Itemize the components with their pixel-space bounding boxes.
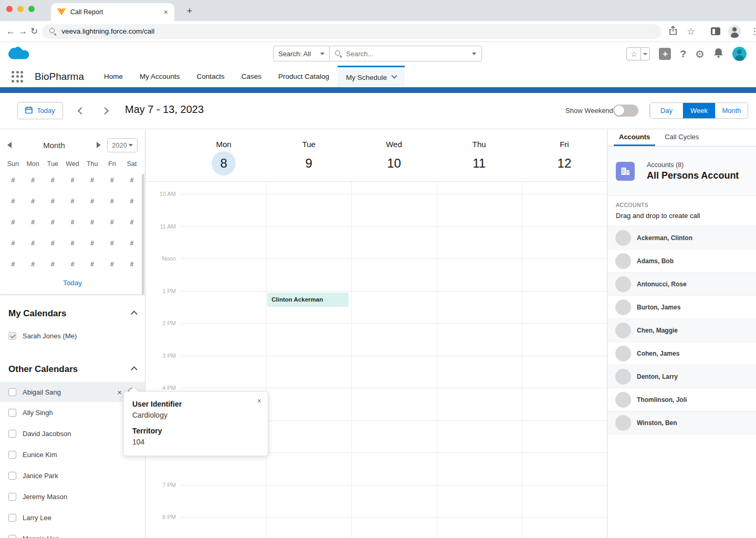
calendar-checkbox[interactable] bbox=[8, 493, 16, 501]
mini-calendar-day[interactable]: # bbox=[43, 233, 62, 254]
back-icon[interactable]: ← bbox=[6, 26, 15, 37]
mini-calendar-day[interactable]: # bbox=[3, 254, 23, 275]
mini-calendar-day[interactable]: # bbox=[122, 212, 142, 233]
hour-row[interactable]: Noon bbox=[145, 258, 607, 291]
nav-item[interactable]: Contacts bbox=[188, 66, 233, 87]
day-column-header[interactable]: Wed 10 bbox=[351, 129, 436, 181]
chevron-up-icon[interactable] bbox=[131, 366, 138, 373]
mini-calendar-day[interactable]: # bbox=[102, 254, 122, 275]
mini-calendar-day[interactable]: # bbox=[43, 170, 62, 191]
mini-calendar-day[interactable]: # bbox=[23, 254, 43, 275]
nav-item[interactable]: My Accounts bbox=[131, 66, 188, 87]
mini-calendar-day[interactable]: # bbox=[62, 191, 82, 212]
hour-row[interactable]: 10 AM bbox=[145, 194, 607, 226]
panel-tab[interactable]: Accounts bbox=[614, 129, 655, 146]
account-row[interactable]: Burton, James bbox=[607, 296, 756, 319]
next-week-button[interactable] bbox=[99, 105, 111, 117]
mini-calendar-day[interactable]: # bbox=[23, 233, 43, 254]
calendar-checkbox[interactable] bbox=[8, 409, 16, 417]
account-row[interactable]: Cohen, James bbox=[607, 342, 756, 365]
mini-calendar-day[interactable]: # bbox=[82, 254, 102, 275]
chevron-down-icon[interactable] bbox=[391, 73, 397, 79]
hour-row[interactable]: 8 PM bbox=[145, 517, 607, 538]
hour-row[interactable]: 11 AM bbox=[145, 226, 607, 259]
other-calendar-item[interactable]: Janice Park bbox=[0, 465, 145, 486]
week-grid[interactable]: 10 AM 11 AM Noon 1 PM 2 PM bbox=[145, 182, 607, 538]
search-input[interactable] bbox=[346, 50, 468, 58]
other-calendar-item[interactable]: Maggie Hen bbox=[0, 528, 145, 538]
browser-tab[interactable]: Call Report × bbox=[51, 3, 174, 21]
hour-row[interactable]: 2 PM bbox=[145, 323, 607, 356]
mini-calendar-day[interactable]: # bbox=[62, 170, 82, 191]
account-row[interactable]: Winston, Ben bbox=[607, 411, 756, 434]
remove-calendar-icon[interactable]: × bbox=[117, 388, 122, 397]
mini-calendar-day[interactable]: # bbox=[122, 254, 142, 275]
mini-calendar-day[interactable]: # bbox=[62, 254, 82, 275]
account-row[interactable]: Chen, Maggie bbox=[607, 319, 756, 342]
mini-calendar-day[interactable]: # bbox=[62, 212, 82, 233]
share-icon[interactable] bbox=[669, 26, 677, 37]
view-button[interactable]: Month bbox=[715, 103, 748, 118]
nav-item[interactable]: Home bbox=[96, 66, 131, 87]
my-calendar-item[interactable]: Sarah Jones (Me) bbox=[0, 325, 145, 346]
window-close-button[interactable] bbox=[6, 6, 13, 12]
reload-icon[interactable]: ↻ bbox=[30, 26, 38, 37]
global-search[interactable] bbox=[330, 46, 482, 61]
nav-item-my-schedule[interactable]: My Schedule bbox=[338, 66, 405, 87]
browser-menu-icon[interactable]: ⋮ bbox=[749, 26, 756, 37]
forward-icon[interactable]: → bbox=[18, 26, 27, 37]
mini-calendar-prev-icon[interactable] bbox=[7, 142, 12, 148]
view-button[interactable]: Week bbox=[682, 103, 715, 118]
account-row[interactable]: Denton, Larry bbox=[607, 365, 756, 388]
chevron-up-icon[interactable] bbox=[131, 311, 138, 317]
side-panel-icon[interactable] bbox=[711, 27, 720, 35]
calendar-checkbox[interactable] bbox=[8, 451, 16, 459]
mini-calendar-day[interactable]: # bbox=[3, 233, 23, 254]
window-zoom-button[interactable] bbox=[28, 6, 35, 12]
new-tab-button[interactable]: + bbox=[183, 4, 196, 18]
window-minimize-button[interactable] bbox=[17, 6, 24, 12]
hour-row[interactable]: 7 PM bbox=[145, 485, 607, 518]
mini-calendar-day[interactable]: # bbox=[3, 212, 23, 233]
mini-calendar-day[interactable]: # bbox=[102, 170, 122, 191]
notifications-bell-icon[interactable] bbox=[713, 47, 723, 60]
calendar-checkbox[interactable] bbox=[8, 535, 16, 538]
day-column-header[interactable]: Mon 8 bbox=[181, 129, 266, 181]
mini-calendar-day[interactable]: # bbox=[82, 233, 102, 254]
close-icon[interactable]: × bbox=[257, 397, 261, 405]
account-row[interactable]: Antonucci, Rose bbox=[607, 273, 756, 296]
browser-profile-icon[interactable] bbox=[728, 25, 741, 38]
mini-calendar-next-icon[interactable] bbox=[97, 142, 101, 148]
favorites-star-icon[interactable]: ☆ bbox=[627, 48, 641, 60]
account-row[interactable]: Ackerman, Clinton bbox=[607, 226, 756, 250]
nav-item[interactable]: Cases bbox=[233, 66, 270, 87]
day-column-header[interactable]: Thu 11 bbox=[437, 129, 522, 181]
favorites-caret[interactable] bbox=[641, 48, 649, 60]
mini-calendar-day[interactable]: # bbox=[82, 191, 102, 212]
window-controls[interactable] bbox=[6, 6, 35, 12]
favorites-button[interactable]: ☆ bbox=[626, 47, 650, 60]
mini-calendar-day[interactable]: # bbox=[102, 233, 122, 254]
mini-calendar-day[interactable]: # bbox=[43, 191, 62, 212]
other-calendars-header[interactable]: Other Calendars bbox=[0, 364, 145, 375]
other-calendar-item[interactable]: Jeremy Mason bbox=[0, 486, 145, 507]
mini-calendar-day[interactable]: # bbox=[23, 212, 43, 233]
setup-gear-icon[interactable]: ⚙ bbox=[695, 48, 705, 60]
search-scope-select[interactable]: Search: All bbox=[273, 46, 330, 61]
mini-calendar-day[interactable]: # bbox=[122, 191, 142, 212]
calendar-checkbox[interactable] bbox=[8, 430, 16, 438]
other-calendar-item[interactable]: Larry Lee bbox=[0, 507, 145, 528]
mini-calendar-day[interactable]: # bbox=[82, 170, 102, 191]
address-bar[interactable]: veeva.lightning.force.com/call bbox=[42, 24, 662, 39]
calendar-checkbox[interactable] bbox=[8, 514, 16, 522]
calendar-event[interactable]: Clinton Ackerman bbox=[267, 293, 349, 307]
mini-calendar-day[interactable]: # bbox=[3, 191, 23, 212]
mini-calendar-day[interactable]: # bbox=[23, 170, 43, 191]
calendar-checkbox[interactable] bbox=[8, 332, 16, 340]
mini-calendar-day[interactable]: # bbox=[62, 233, 82, 254]
mini-calendar-day[interactable]: # bbox=[23, 191, 43, 212]
panel-tab[interactable]: Call Cycles bbox=[659, 129, 704, 146]
tab-close-icon[interactable]: × bbox=[164, 8, 168, 16]
help-icon[interactable]: ? bbox=[680, 48, 686, 60]
sidebar-scrollbar[interactable] bbox=[142, 174, 144, 295]
